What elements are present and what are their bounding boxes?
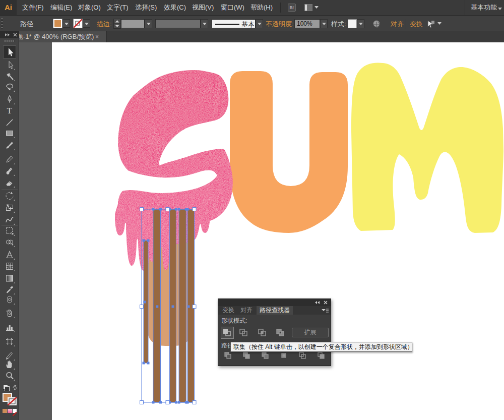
svg-text:T: T: [7, 106, 13, 115]
